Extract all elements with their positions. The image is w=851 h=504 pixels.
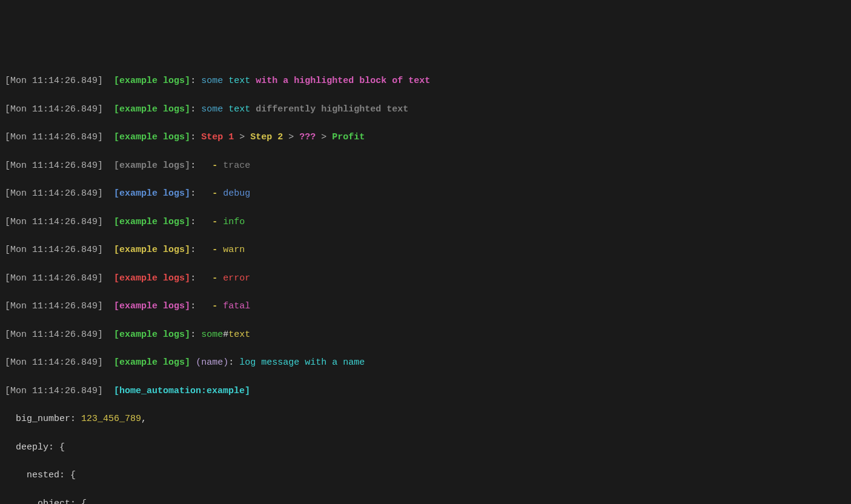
log-line-hash: [Mon 11:14:26.849] [example logs]: some#… (5, 328, 846, 342)
log-line-info: [Mon 11:14:26.849] [example logs]: - inf… (5, 215, 846, 229)
highlighted-text: with a highlighted block of text (256, 76, 430, 86)
log-line-highlight1: [Mon 11:14:26.849] [example logs]: some … (5, 74, 846, 88)
log-line-highlight2: [Mon 11:14:26.849] [example logs]: some … (5, 102, 846, 116)
obj-line: big_number: 123_456_789, (5, 412, 846, 426)
log-line-steps: [Mon 11:14:26.849] [example logs]: Step … (5, 130, 846, 144)
log-line-error: [Mon 11:14:26.849] [example logs]: - err… (5, 271, 846, 285)
obj-line: nested: { (5, 468, 846, 482)
log-line-trace: [Mon 11:14:26.849] [example logs]: - tra… (5, 159, 846, 173)
log-tag: [example logs] (114, 76, 190, 86)
log-line-fatal: [Mon 11:14:26.849] [example logs]: - fat… (5, 299, 846, 313)
log-line-home-automation: [Mon 11:14:26.849] [home_automation:exam… (5, 384, 846, 398)
terminal-output: [Mon 11:14:26.849] [example logs]: some … (5, 60, 846, 504)
obj-line: deeply: { (5, 440, 846, 454)
obj-line: object: { (5, 497, 846, 504)
log-line-debug: [Mon 11:14:26.849] [example logs]: - deb… (5, 187, 846, 201)
timestamp: [Mon 11:14:26.849] (5, 76, 103, 86)
log-line-warn: [Mon 11:14:26.849] [example logs]: - war… (5, 243, 846, 257)
log-line-named: [Mon 11:14:26.849] [example logs] (name)… (5, 356, 846, 370)
